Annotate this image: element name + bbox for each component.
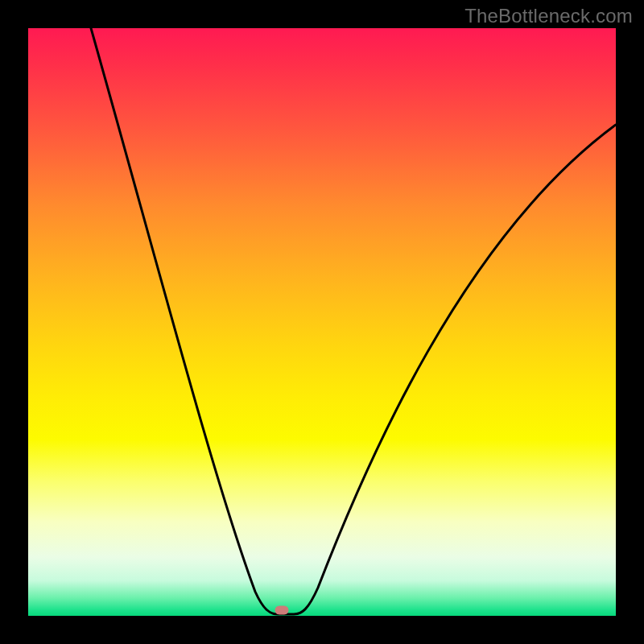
bottleneck-curve: [28, 28, 616, 616]
chart-frame: TheBottleneck.com: [0, 0, 644, 644]
attribution-label: TheBottleneck.com: [464, 5, 633, 27]
optimal-point-marker: [275, 606, 289, 615]
plot-area: [28, 28, 616, 616]
curve-path: [91, 28, 616, 614]
